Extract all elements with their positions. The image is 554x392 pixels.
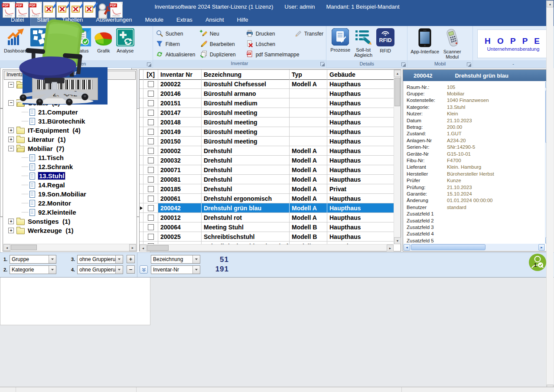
expand-toggle-icon[interactable]: + (8, 137, 14, 142)
memo-vertical-scrollbar[interactable]: ▲ ▼ (546, 0, 554, 392)
table-row[interactable]: 200071 Drehstuhl Modell A Haupthaus (140, 165, 394, 175)
table-row[interactable]: 200151 Bürostuhl medium Haupthaus (140, 98, 394, 108)
tree-item[interactable]: + Literatur (1) (4, 135, 136, 144)
row-checkbox[interactable] (143, 213, 158, 222)
table-row[interactable]: 200032 Drehstuhl Modell A Haupthaus (140, 156, 394, 165)
attachment-icon[interactable] (110, 2, 123, 18)
table-row[interactable]: 200042 Drehstuhl grün blau Modell A Haup… (140, 203, 394, 213)
row-checkbox[interactable] (143, 118, 158, 127)
table-row[interactable]: 200149 Bürostuhl meeting Haupthaus (140, 127, 394, 137)
attachment-icon[interactable] (43, 2, 55, 18)
table-row[interactable]: 200150 Bürostuhl meeting Haupthaus (140, 137, 394, 146)
chevron-down-icon[interactable] (49, 266, 56, 274)
grouping-2-select[interactable]: Kategorie (10, 265, 56, 274)
attachment-icon[interactable] (97, 2, 109, 18)
chevron-down-icon[interactable] (115, 266, 123, 274)
row-checkbox[interactable] (143, 156, 158, 165)
add-grouping-button[interactable]: + (127, 255, 135, 263)
remove-grouping-button[interactable]: − (127, 265, 135, 274)
rfid-button[interactable]: RFID RFID (375, 27, 396, 54)
soll-ist-abgleich-button[interactable]: Soll-Ist Abgleich (352, 27, 374, 59)
row-checkbox[interactable] (143, 203, 158, 212)
app-interface-button[interactable]: App-Interface (409, 27, 440, 55)
menu-item[interactable]: Ansicht (199, 13, 231, 26)
col-header-typ[interactable]: Typ (290, 70, 327, 79)
tree-item[interactable]: 14.Regal (4, 180, 136, 189)
analyse-button[interactable]: Analyse (115, 27, 136, 54)
table-row[interactable]: 200146 Bürostuhl armano Haupthaus (140, 89, 394, 98)
table-row[interactable]: 200081 Drehstuhl Modell A Haupthaus (140, 175, 394, 184)
expand-toggle-icon[interactable]: + (8, 127, 14, 133)
col-header-select[interactable]: [X] (143, 70, 158, 79)
tree-item[interactable]: 19.Son.Mobiliar (4, 189, 136, 199)
pdf-sammelmappe-button[interactable]: PDFpdf Sammelmappe (243, 49, 292, 60)
dialog-launcher-icon[interactable] (320, 62, 324, 66)
tree-item[interactable]: 11.Tisch (4, 153, 136, 162)
expand-toggle-icon[interactable]: − (8, 146, 14, 151)
attachment-icon[interactable] (83, 2, 96, 18)
bearbeiten-button[interactable]: Bearbeiten (197, 39, 243, 49)
expand-toggle-icon[interactable]: + (8, 228, 14, 233)
tree-item[interactable]: 92.Kleinteile (4, 208, 136, 217)
row-checkbox[interactable] (143, 127, 158, 136)
row-checkbox[interactable] (143, 108, 158, 117)
aktualisieren-button[interactable]: Aktualisieren (153, 49, 197, 60)
table-row[interactable]: 200148 Bürostuhl meeting Haupthaus (140, 118, 394, 127)
sort-2-select[interactable]: Inventar-Nr (151, 265, 200, 274)
table-row[interactable]: 200064 Meeting Stuhl Modell B Haupthaus (140, 222, 394, 232)
table-row[interactable]: 200185 Drehstuhl Modell A Privat (140, 184, 394, 194)
grid-horizontal-scrollbar[interactable]: ◄ ► (140, 244, 394, 251)
grid-vertical-scrollbar[interactable]: ▲ ▼ (394, 70, 401, 244)
table-row[interactable]: 200002 Drehstuhl Modell A Haupthaus (140, 146, 394, 156)
row-checkbox[interactable] (143, 194, 158, 203)
menu-item[interactable]: Extras (170, 13, 199, 26)
tree-item[interactable]: 12.Schrank (4, 162, 136, 171)
row-checkbox[interactable] (143, 79, 158, 88)
drucken-button[interactable]: Drucken (243, 29, 292, 39)
tree-item[interactable]: + Sonstiges (1) (4, 217, 136, 226)
detail-horizontal-scrollbar[interactable]: ◄ ► (404, 244, 545, 251)
grouping-4-select[interactable]: ohne Gruppierung (77, 265, 123, 274)
user-status-badge[interactable]: 1 (528, 253, 547, 271)
table-row[interactable]: 200012 Drehstuhl rot Modell A Haupthaus (140, 213, 394, 222)
tree-item[interactable]: 21.Computer (4, 108, 136, 117)
attachment-icon[interactable] (16, 2, 29, 18)
filtern-button[interactable]: Filtern (153, 39, 197, 49)
chevron-down-icon[interactable] (115, 255, 123, 263)
transfer-button[interactable]: Transfer (292, 29, 326, 39)
row-checkbox[interactable] (143, 175, 158, 184)
tree-item[interactable]: 31.Bürotechnik (4, 117, 136, 126)
loeschen-button[interactable]: Löschen (243, 39, 292, 49)
row-checkbox[interactable] (143, 98, 158, 108)
chevron-down-icon[interactable] (49, 255, 56, 263)
grouping-3-select[interactable]: ohne Gruppierung (77, 255, 123, 264)
dialog-launcher-icon[interactable] (147, 62, 151, 66)
prozesse-button[interactable]: Prozesse (329, 27, 352, 53)
table-row[interactable]: 200061 Drehstuhl ergonomisch Modell A Ha… (140, 194, 394, 203)
row-checkbox[interactable] (143, 89, 158, 98)
attachment-icon[interactable] (3, 2, 15, 18)
tree-item[interactable]: − Mobiliar (7) (4, 144, 136, 153)
tree-item[interactable]: + IT-Equipment (4) (4, 126, 136, 135)
neu-button[interactable]: Neu (197, 29, 243, 39)
suchen-button[interactable]: Suchen (153, 29, 197, 39)
row-checkbox[interactable] (143, 137, 158, 146)
dialog-launcher-icon[interactable] (467, 62, 471, 66)
expand-toggle-icon[interactable]: + (8, 219, 14, 224)
expand-sort-button[interactable] (140, 265, 148, 274)
row-checkbox[interactable] (143, 184, 158, 193)
attachment-icon[interactable] (29, 2, 42, 18)
tree-item[interactable]: + Werkzeuge (1) (4, 226, 136, 235)
col-header-bezeichnung[interactable]: Bezeichnung (202, 70, 290, 79)
duplizieren-button[interactable]: Duplizieren (197, 49, 243, 60)
row-checkbox[interactable] (143, 165, 158, 174)
table-row[interactable]: 200022 Bürostuhl Chefsessel Modell A Hau… (140, 79, 394, 89)
table-row[interactable]: 200147 Bürostuhl meeting Haupthaus (140, 108, 394, 118)
row-checkbox[interactable] (143, 232, 158, 241)
sort-1-select[interactable]: Bezeichnung (151, 255, 200, 264)
row-checkbox[interactable] (143, 222, 158, 232)
grouping-1-select[interactable]: Gruppe (10, 255, 56, 264)
tree-horizontal-scrollbar[interactable]: ◄ ► (3, 244, 136, 251)
col-header-inventar-nr[interactable]: Inventar Nr (158, 70, 202, 79)
tree-item[interactable]: 13.Stuhl (4, 171, 136, 180)
